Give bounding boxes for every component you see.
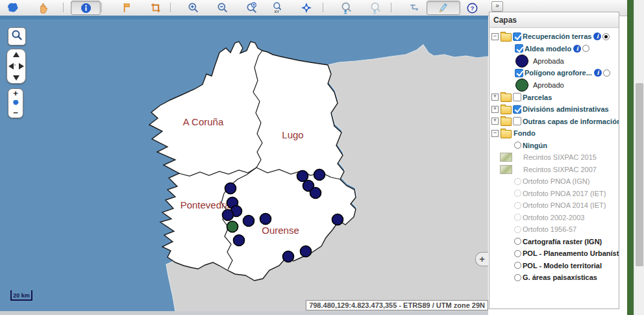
- legend-label: Aprobado: [533, 81, 564, 89]
- aldea-approved-marker[interactable]: [297, 171, 308, 182]
- layer-checkbox[interactable]: [515, 44, 523, 53]
- zoom-plus-circle-icon: [245, 1, 258, 14]
- map-viewport[interactable]: A CoruñaLugoPontevedraOurense + − 20 km: [0, 16, 488, 315]
- zoom-in-tool-button[interactable]: [186, 0, 201, 16]
- search-disabled-icon: [369, 1, 382, 15]
- pan-pad[interactable]: [6, 49, 26, 84]
- pan-up-arrow-icon[interactable]: [13, 52, 19, 57]
- pan-down-arrow-icon[interactable]: [13, 75, 19, 81]
- coordinates-readout: 798.480,129:4.823.473,355 - ETRS89 / UTM…: [306, 300, 488, 310]
- tree-row: Ningún: [489, 140, 619, 152]
- map-canvas[interactable]: A CoruñaLugoPontevedraOurense: [0, 16, 488, 315]
- profile-icon: [408, 1, 421, 14]
- background-radio[interactable]: [514, 274, 521, 281]
- help-icon: ?: [466, 2, 478, 14]
- aldea-approved-marker[interactable]: [223, 210, 234, 221]
- zoom-out-tool-button[interactable]: [215, 0, 230, 16]
- zoom-plus-button[interactable]: +: [13, 90, 18, 97]
- aldea-approved-marker[interactable]: [314, 170, 325, 181]
- layer-checkbox[interactable]: [515, 69, 523, 77]
- aldea-approved-marker[interactable]: [332, 214, 343, 225]
- zoom-extent-tool-button[interactable]: [244, 0, 260, 16]
- crop-icon: [149, 1, 162, 14]
- zoom-box-button[interactable]: [8, 27, 26, 45]
- poligono-approved-marker[interactable]: [227, 221, 238, 233]
- layer-checkbox[interactable]: [513, 105, 521, 114]
- draw-tool-button[interactable]: [427, 1, 460, 15]
- background-radio[interactable]: [514, 250, 521, 257]
- magnifier-icon: [11, 29, 23, 44]
- toolbar-separator: [101, 3, 102, 12]
- flag-icon: [120, 1, 133, 14]
- province-label: Pontevedra: [180, 199, 230, 210]
- toolbar-separator: [323, 3, 323, 12]
- tree-expander-icon[interactable]: −: [491, 33, 499, 40]
- zoom-minus-button[interactable]: −: [13, 109, 18, 117]
- zoom-xy-icon: XY: [271, 1, 284, 14]
- folder-icon: [501, 33, 512, 42]
- profile-tool-button[interactable]: [406, 0, 422, 16]
- center-tool-button[interactable]: [299, 0, 314, 16]
- layer-thumbnail: [500, 165, 512, 174]
- aldea-approved-marker[interactable]: [301, 246, 312, 257]
- layer-group-label: Fondo: [514, 129, 536, 137]
- background-radio: [514, 190, 521, 197]
- layer-checkbox[interactable]: [513, 117, 521, 125]
- tree-row: −Fondo: [489, 127, 619, 140]
- pan-right-arrow-icon[interactable]: [19, 63, 24, 69]
- tree-row: POL - Planeamento Urbanístico: [489, 247, 619, 260]
- scale-bar: 20 km: [10, 290, 32, 301]
- aldea-approved-marker[interactable]: [283, 251, 294, 262]
- background-label: Recintos SIXPAC 2015: [523, 153, 597, 161]
- tree-expander-icon[interactable]: +: [491, 106, 499, 113]
- aldea-approved-marker[interactable]: [260, 214, 271, 225]
- help-tool-button[interactable]: ?: [464, 0, 480, 16]
- background-radio[interactable]: [514, 262, 521, 269]
- layer-tree: −Recuperación terrasiAldea modeloiAproba…: [489, 28, 619, 284]
- zoom-slider[interactable]: + −: [8, 88, 23, 118]
- layer-label: Polígono agrofore...: [525, 69, 592, 77]
- aldea-approved-marker[interactable]: [225, 183, 236, 194]
- info-icon[interactable]: i: [594, 69, 602, 77]
- background-radio[interactable]: [514, 238, 521, 245]
- toolbar-separator: [63, 3, 64, 12]
- panel-expand-handle[interactable]: +: [475, 252, 488, 266]
- pan-tool-button[interactable]: [35, 0, 51, 16]
- layers-panel: Capas −Recuperación terrasiAldea modeloi…: [489, 12, 619, 309]
- browser-scrollbar[interactable]: [634, 0, 644, 315]
- page-edge-bar: [627, 0, 634, 315]
- info-tool-button[interactable]: [71, 1, 101, 15]
- tree-row: Cartografía raster (IGN): [489, 236, 619, 248]
- layer-checkbox[interactable]: [513, 32, 521, 41]
- zoom-xy-tool-button[interactable]: XY: [270, 0, 286, 16]
- search-tool-secondary-button[interactable]: [367, 0, 383, 16]
- tree-expander-icon[interactable]: −: [491, 130, 499, 137]
- folder-icon: [501, 130, 512, 138]
- pan-left-arrow-icon[interactable]: [8, 63, 14, 69]
- search-active-icon: [340, 1, 353, 15]
- folder-icon: [501, 106, 512, 114]
- tree-expander-icon[interactable]: +: [491, 118, 499, 125]
- active-layer-radio[interactable]: [602, 33, 610, 40]
- tree-expander-icon[interactable]: +: [491, 94, 499, 101]
- galicia-logo-button[interactable]: [5, 0, 21, 16]
- aldea-approved-marker[interactable]: [310, 188, 321, 199]
- active-layer-radio[interactable]: [603, 69, 610, 77]
- measure-tool-button[interactable]: [119, 0, 134, 16]
- scrollbar-thumb[interactable]: [636, 83, 643, 266]
- aldea-approved-marker[interactable]: [234, 235, 245, 246]
- tree-row: +Parcelas: [489, 92, 619, 104]
- background-radio: [514, 178, 521, 185]
- background-radio[interactable]: [514, 142, 521, 149]
- background-label: POL - Modelo territorial: [523, 262, 602, 270]
- info-icon[interactable]: i: [573, 45, 581, 53]
- toolbar-separator: [391, 3, 391, 12]
- search-tool-button[interactable]: [338, 0, 354, 16]
- info-icon[interactable]: i: [593, 32, 601, 40]
- panel-collapse-button[interactable]: »: [491, 1, 503, 12]
- active-layer-radio[interactable]: [582, 45, 589, 52]
- crop-zoom-tool-button[interactable]: [148, 0, 164, 16]
- aldea-approved-marker[interactable]: [243, 216, 254, 227]
- layer-checkbox[interactable]: [513, 93, 521, 101]
- layer-group-label: Recuperación terras: [523, 32, 591, 40]
